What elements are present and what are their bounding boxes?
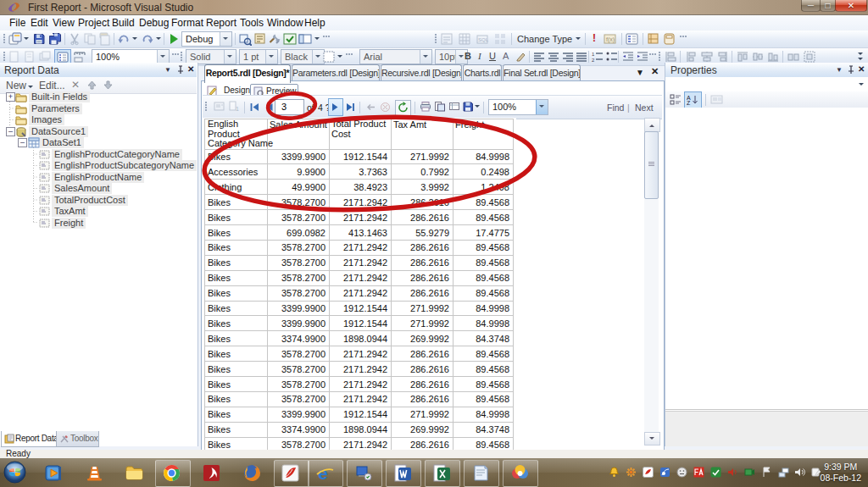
svg-text:f(x): f(x): [606, 36, 615, 43]
svg-text:1: 1: [592, 52, 595, 57]
svg-text:SQL: SQL: [478, 37, 489, 42]
svg-text:1: 1: [236, 106, 239, 112]
svg-text:Z: Z: [687, 100, 691, 105]
